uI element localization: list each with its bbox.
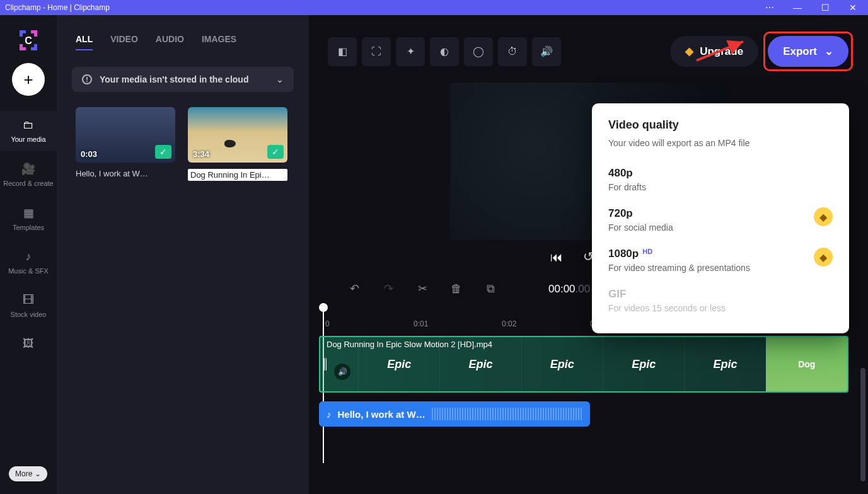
scissors-icon: ✂	[418, 282, 427, 296]
chevron-down-icon: ⌄	[825, 45, 833, 58]
duplicate-button[interactable]: ⧉	[477, 277, 504, 301]
clip-segment: Epic	[684, 337, 765, 391]
contrast-tool[interactable]: ◐	[430, 37, 459, 66]
audio-tool[interactable]: 🔊	[532, 37, 561, 66]
rail-item-label: Stock video	[11, 311, 47, 318]
upgrade-label: Upgrade	[700, 45, 743, 58]
clip-segment: Epic	[439, 337, 521, 391]
thumbnail-duration: 3:34	[193, 149, 209, 159]
ruler-tick: 0:02	[502, 319, 516, 328]
info-icon: !	[82, 74, 92, 84]
hd-badge: HD	[642, 248, 652, 255]
media-item[interactable]: 3:34 ✓ Dog Running In Epi…	[188, 107, 287, 181]
rail-item-stock-video[interactable]: 🎞 Stock video	[0, 286, 57, 326]
skip-back-button[interactable]: ⏮	[550, 250, 563, 265]
media-panel: ALL VIDEO AUDIO IMAGES ! Your media isn'…	[57, 15, 309, 494]
circle-icon: ◯	[473, 45, 484, 57]
window-title: Clipchamp - Home | Clipchamp	[5, 3, 765, 12]
drag-handle-icon[interactable]: ║	[321, 359, 328, 370]
left-rail: C + 🗀 Your media 🎥 Record & create ▦ Tem…	[0, 15, 57, 494]
undo-icon: ↶	[350, 282, 359, 296]
export-menu: Video quality Your video will export as …	[592, 103, 849, 333]
export-menu-subtitle: Your video will export as an MP4 file	[608, 138, 833, 148]
music-icon: ♪	[26, 250, 32, 263]
export-quality-label: 480p	[608, 167, 646, 180]
window-controls: ⋯ — ☐ ✕	[765, 3, 863, 13]
tab-video[interactable]: VIDEO	[110, 34, 138, 50]
effects-tool[interactable]: ✦	[396, 37, 425, 66]
export-label: Export	[783, 45, 817, 58]
window-close-icon[interactable]: ✕	[848, 3, 858, 13]
rail-item-images[interactable]: 🖼	[0, 330, 57, 358]
copy-icon: ⧉	[487, 282, 495, 296]
trash-icon: 🗑	[451, 282, 462, 296]
cloud-storage-notice[interactable]: ! Your media isn't stored in the cloud ⌄	[72, 67, 294, 92]
thumbnail-image: 0:03 ✓	[76, 107, 175, 163]
svg-text:C: C	[25, 35, 32, 46]
clip-segment: Epic	[358, 337, 439, 391]
clip-mute-button[interactable]: 🔊	[334, 364, 350, 380]
editor-area: ◧ ⛶ ✦ ◐ ◯ ⏱ 🔊 ◆ Upgrade Export ⌄ ⏮ ↺5 ▶	[309, 15, 868, 494]
waveform	[432, 408, 582, 420]
ruler-tick: 0	[325, 319, 330, 328]
cloud-notice-text: Your media isn't stored in the cloud	[100, 74, 248, 84]
split-button[interactable]: ✂	[408, 277, 436, 301]
contrast-icon: ◐	[440, 45, 449, 57]
crop-icon: ⛶	[371, 46, 381, 57]
export-option-gif: GIF For videos 15 seconds or less	[608, 280, 833, 321]
video-clip[interactable]: Dog Running In Epic Slow Motion 2 [HD].m…	[319, 336, 848, 393]
audio-clip[interactable]: ♪ Hello, I work at W…	[319, 401, 590, 427]
gauge-icon: ⏱	[507, 46, 518, 57]
delete-button[interactable]: 🗑	[443, 277, 470, 301]
timecode-main: 00:00	[548, 283, 576, 295]
export-option-480p[interactable]: 480p For drafts	[608, 159, 833, 200]
add-media-button[interactable]: +	[12, 63, 45, 96]
redo-button[interactable]: ↷	[374, 277, 402, 301]
premium-badge: ◆	[814, 207, 833, 226]
window-minimize-icon[interactable]: —	[792, 3, 802, 13]
rail-item-templates[interactable]: ▦ Templates	[0, 198, 57, 239]
export-option-1080p[interactable]: 1080pHD For video streaming & presentati…	[608, 240, 833, 280]
clip-segment: Dog	[766, 337, 847, 391]
export-button[interactable]: Export ⌄	[768, 36, 848, 67]
rail-item-label: Your media	[11, 135, 45, 143]
speed-tool[interactable]: ⏱	[498, 37, 527, 66]
timecode: 00:00.00 /	[548, 282, 596, 296]
rail-item-label: Templates	[13, 224, 44, 231]
undo-button[interactable]: ↶	[340, 277, 368, 301]
rail-item-record-create[interactable]: 🎥 Record & create	[0, 154, 57, 195]
media-item[interactable]: 0:03 ✓ Hello, I work at W…	[76, 107, 175, 181]
app-logo[interactable]: C	[16, 28, 41, 53]
check-icon: ✓	[267, 145, 284, 159]
window-maximize-icon[interactable]: ☐	[820, 3, 830, 13]
upgrade-button[interactable]: ◆ Upgrade	[670, 36, 758, 67]
export-option-720p[interactable]: 720p For social media ◆	[608, 200, 833, 240]
clip-segment: Epic	[603, 337, 684, 391]
more-button[interactable]: More ⌄	[9, 466, 47, 481]
layout-tool[interactable]: ◧	[328, 37, 357, 66]
wand-icon: ✦	[407, 45, 415, 57]
rail-item-your-media[interactable]: 🗀 Your media	[0, 111, 57, 151]
chevron-down-icon: ⌄	[276, 74, 284, 84]
filter-tool[interactable]: ◯	[464, 37, 493, 66]
diamond-icon: ◆	[685, 45, 693, 58]
tab-audio[interactable]: AUDIO	[156, 34, 184, 50]
clip-segment: Epic	[521, 337, 603, 391]
speaker-icon: 🔊	[540, 45, 553, 57]
rail-item-label: Record & create	[3, 180, 53, 187]
export-quality-label: 720p	[608, 207, 673, 220]
preview-toolbar: ◧ ⛶ ✦ ◐ ◯ ⏱ 🔊 ◆ Upgrade Export ⌄	[309, 15, 868, 71]
music-icon: ♪	[327, 409, 332, 420]
timeline-tracks: Dog Running In Epic Slow Motion 2 [HD].m…	[319, 336, 868, 427]
tab-all[interactable]: ALL	[76, 34, 93, 50]
vertical-scrollbar[interactable]	[860, 368, 865, 481]
tab-images[interactable]: IMAGES	[202, 34, 236, 50]
image-icon: 🖼	[23, 337, 34, 350]
crop-tool[interactable]: ⛶	[362, 37, 391, 66]
media-thumbnails: 0:03 ✓ Hello, I work at W… 3:34 ✓ Dog Ru…	[57, 92, 309, 196]
rail-item-music-sfx[interactable]: ♪ Music & SFX	[0, 243, 57, 282]
window-more-icon[interactable]: ⋯	[765, 3, 775, 13]
redo-icon: ↷	[384, 282, 393, 296]
media-tabs: ALL VIDEO AUDIO IMAGES	[57, 15, 309, 58]
layout-icon: ◧	[338, 45, 347, 57]
